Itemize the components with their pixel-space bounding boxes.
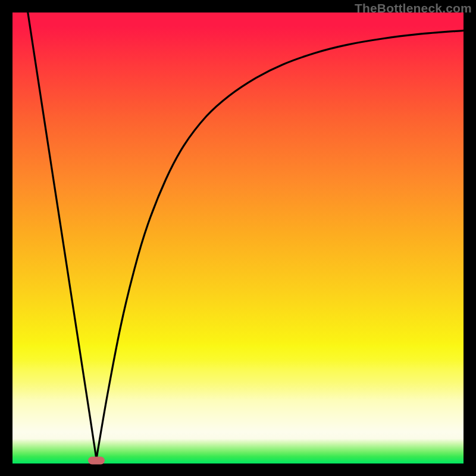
plot-area bbox=[12, 12, 464, 464]
bottleneck-curve bbox=[12, 12, 464, 464]
chart-frame: TheBottleneck.com bbox=[0, 0, 476, 476]
optimal-point-marker bbox=[88, 456, 105, 464]
watermark-text: TheBottleneck.com bbox=[355, 1, 472, 15]
